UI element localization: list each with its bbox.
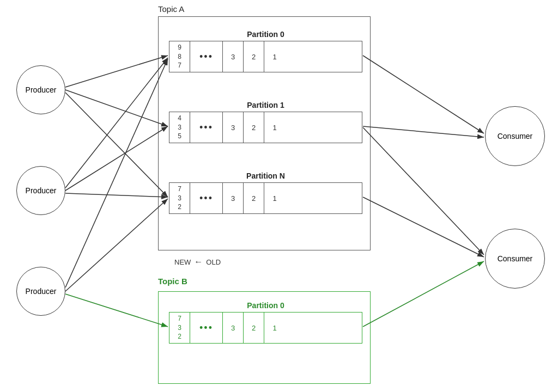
partition-n-dots: ••• — [190, 183, 223, 213]
svg-line-3 — [65, 90, 168, 126]
new-label: NEW — [174, 258, 191, 266]
svg-line-10 — [65, 294, 168, 327]
topic-b-label: Topic B — [158, 277, 187, 286]
partition-0-cell-3: 3 — [223, 41, 244, 72]
partition-1-cell-2: 2 — [244, 112, 264, 143]
svg-line-14 — [363, 197, 484, 257]
topic-a-label: Topic A — [158, 4, 184, 14]
partition-0-container: Partition 0 987 ••• 3 2 1 — [169, 30, 362, 72]
partition-1-cell-1: 1 — [264, 112, 285, 143]
partition-1-cell-3: 3 — [223, 112, 244, 143]
partition-n-numbers: 732 — [169, 183, 190, 213]
new-old-label: NEW ← OLD — [174, 257, 221, 267]
new-old-arrow: ← — [194, 257, 203, 267]
svg-line-11 — [363, 56, 484, 133]
producer-3: Producer — [16, 267, 65, 316]
partition-b0-cell-1: 1 — [264, 313, 285, 343]
svg-line-15 — [363, 261, 484, 327]
svg-line-2 — [65, 56, 168, 87]
partition-b0-row: 732 ••• 3 2 1 — [169, 312, 362, 344]
old-label: OLD — [206, 258, 221, 266]
svg-line-4 — [65, 93, 168, 197]
partition-n-cell-1: 1 — [264, 183, 285, 213]
partition-b0-label: Partition 0 — [169, 301, 362, 310]
partition-b0-cell-3: 3 — [223, 313, 244, 343]
consumer-1-label: Consumer — [498, 132, 533, 140]
partition-n-container: Partition N 732 ••• 3 2 1 — [169, 171, 362, 214]
partition-0-numbers: 987 — [169, 41, 190, 72]
svg-line-8 — [65, 59, 168, 287]
partition-n-label: Partition N — [169, 171, 362, 180]
svg-line-7 — [65, 193, 168, 197]
consumer-1: Consumer — [485, 106, 545, 166]
producer-2-label: Producer — [26, 186, 57, 195]
partition-1-row: 435 ••• 3 2 1 — [169, 112, 362, 143]
producer-1-label: Producer — [26, 85, 57, 94]
svg-line-5 — [65, 58, 168, 188]
svg-line-12 — [363, 126, 484, 137]
partition-1-dots: ••• — [190, 112, 223, 143]
partition-0-cell-2: 2 — [244, 41, 264, 72]
partition-0-cell-1: 1 — [264, 41, 285, 72]
producer-3-label: Producer — [26, 287, 57, 296]
partition-b0-numbers: 732 — [169, 313, 190, 343]
partition-b0-dots: ••• — [190, 313, 223, 343]
partition-n-cell-3: 3 — [223, 183, 244, 213]
partition-b0-container: Partition 0 732 ••• 3 2 1 — [169, 301, 362, 344]
diagram-container: Topic A Partition 0 987 ••• 3 2 1 Partit… — [0, 0, 558, 392]
partition-1-container: Partition 1 435 ••• 3 2 1 — [169, 101, 362, 143]
partition-0-row: 987 ••• 3 2 1 — [169, 41, 362, 72]
partition-n-row: 732 ••• 3 2 1 — [169, 182, 362, 214]
producer-2: Producer — [16, 166, 65, 215]
consumer-2: Consumer — [485, 229, 545, 289]
partition-0-label: Partition 0 — [169, 30, 362, 39]
partition-n-cell-2: 2 — [244, 183, 264, 213]
svg-line-9 — [65, 199, 168, 291]
partition-0-dots: ••• — [190, 41, 223, 72]
svg-line-6 — [65, 126, 168, 191]
producer-1: Producer — [16, 65, 65, 114]
partition-b0-cell-2: 2 — [244, 313, 264, 343]
svg-line-13 — [363, 127, 484, 255]
partition-1-label: Partition 1 — [169, 101, 362, 109]
partition-1-numbers: 435 — [169, 112, 190, 143]
consumer-2-label: Consumer — [498, 254, 533, 263]
